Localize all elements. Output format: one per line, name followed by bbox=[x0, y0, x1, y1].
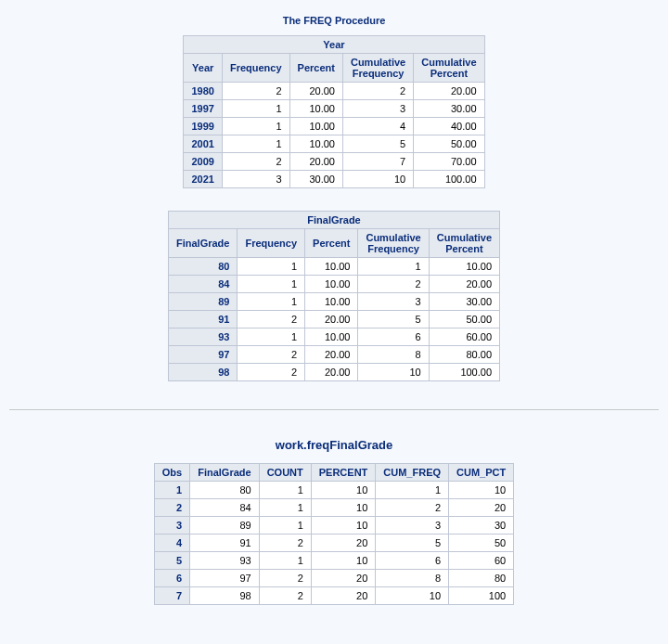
data-cell: 1 bbox=[238, 293, 305, 311]
data-cell: 10.00 bbox=[305, 276, 358, 293]
section-divider bbox=[9, 409, 659, 410]
grade-header-row: FinalGrade Frequency Percent CumulativeF… bbox=[168, 229, 499, 258]
data-cell: 93 bbox=[190, 552, 259, 570]
col-frequency: Frequency bbox=[238, 229, 305, 258]
table-row: 98220.0010100.00 bbox=[168, 364, 499, 381]
data-cell: 60 bbox=[449, 552, 514, 570]
row-header-cell: 2001 bbox=[184, 135, 222, 153]
row-header-cell: 7 bbox=[154, 587, 189, 605]
data-cell: 2 bbox=[238, 311, 305, 328]
table-row: 2009220.00770.00 bbox=[184, 153, 484, 171]
col-cum-pct: CumulativePercent bbox=[429, 229, 499, 258]
data-cell: 10.00 bbox=[429, 258, 499, 276]
data-cell: 1 bbox=[222, 135, 289, 153]
data-cell: 10 bbox=[311, 482, 376, 499]
data-cell: 1 bbox=[259, 482, 311, 499]
row-header-cell: 93 bbox=[168, 328, 237, 346]
data-cell: 20.00 bbox=[305, 311, 358, 328]
data-cell: 3 bbox=[358, 293, 429, 311]
data-cell: 5 bbox=[376, 535, 449, 552]
ds-body: 1801101102841102203891103304912205505931… bbox=[154, 482, 513, 605]
data-cell: 1 bbox=[238, 276, 305, 293]
data-cell: 3 bbox=[376, 517, 449, 535]
data-cell: 4 bbox=[342, 118, 413, 135]
data-cell: 1 bbox=[259, 499, 311, 517]
proc-title: The FREQ Procedure bbox=[0, 15, 668, 26]
dataset-title: work.freqFinalGrade bbox=[0, 438, 668, 452]
table-row: 697220880 bbox=[154, 570, 513, 587]
row-header-cell: 1997 bbox=[184, 100, 222, 118]
data-cell: 1 bbox=[222, 118, 289, 135]
table-row: 93110.00660.00 bbox=[168, 328, 499, 346]
data-cell: 10.00 bbox=[289, 100, 342, 118]
col-count: COUNT bbox=[259, 464, 311, 482]
row-header-cell: 1 bbox=[154, 482, 189, 499]
data-cell: 5 bbox=[358, 311, 429, 328]
data-cell: 1 bbox=[238, 328, 305, 346]
table-row: 84110.00220.00 bbox=[168, 276, 499, 293]
data-cell: 5 bbox=[342, 135, 413, 153]
data-cell: 2 bbox=[259, 535, 311, 552]
row-header-cell: 4 bbox=[154, 535, 189, 552]
col-cum-pct: CumulativePercent bbox=[414, 54, 484, 83]
year-body: 1980220.00220.001997110.00330.001999110.… bbox=[184, 83, 484, 188]
data-cell: 20.00 bbox=[305, 364, 358, 381]
data-cell: 20 bbox=[311, 587, 376, 605]
data-cell: 10 bbox=[376, 587, 449, 605]
col-percent: PERCENT bbox=[311, 464, 376, 482]
data-cell: 10.00 bbox=[305, 293, 358, 311]
data-cell: 3 bbox=[222, 171, 289, 188]
data-cell: 100.00 bbox=[429, 364, 499, 381]
data-cell: 8 bbox=[358, 346, 429, 364]
table-row: 1980220.00220.00 bbox=[184, 83, 484, 100]
data-cell: 80.00 bbox=[429, 346, 499, 364]
data-cell: 20.00 bbox=[429, 276, 499, 293]
data-cell: 84 bbox=[190, 499, 259, 517]
data-cell: 60.00 bbox=[429, 328, 499, 346]
data-cell: 10.00 bbox=[289, 118, 342, 135]
col-percent: Percent bbox=[289, 54, 342, 83]
data-cell: 2 bbox=[376, 499, 449, 517]
finalgrade-freq-table: FinalGrade FinalGrade Frequency Percent … bbox=[168, 211, 500, 381]
data-cell: 98 bbox=[190, 587, 259, 605]
data-cell: 1 bbox=[376, 482, 449, 499]
table-row: 2021330.0010100.00 bbox=[184, 171, 484, 188]
table-row: 1999110.00440.00 bbox=[184, 118, 484, 135]
col-cum-freq: CumulativeFrequency bbox=[358, 229, 429, 258]
data-cell: 20 bbox=[311, 535, 376, 552]
data-cell: 100 bbox=[449, 587, 514, 605]
data-cell: 20.00 bbox=[414, 83, 484, 100]
row-header-cell: 5 bbox=[154, 552, 189, 570]
data-cell: 6 bbox=[358, 328, 429, 346]
table-row: 593110660 bbox=[154, 552, 513, 570]
data-cell: 30.00 bbox=[414, 100, 484, 118]
data-cell: 80 bbox=[190, 482, 259, 499]
dataset-table: Obs FinalGrade COUNT PERCENT CUM_FREQ CU… bbox=[154, 463, 514, 605]
col-cumfreq: CUM_FREQ bbox=[376, 464, 449, 482]
row-header-cell: 2021 bbox=[184, 171, 222, 188]
table-row: 1997110.00330.00 bbox=[184, 100, 484, 118]
data-cell: 20.00 bbox=[289, 83, 342, 100]
data-cell: 6 bbox=[376, 552, 449, 570]
col-percent: Percent bbox=[305, 229, 358, 258]
data-cell: 2 bbox=[259, 587, 311, 605]
data-cell: 80 bbox=[449, 570, 514, 587]
table-row: 284110220 bbox=[154, 499, 513, 517]
table-row: 389110330 bbox=[154, 517, 513, 535]
data-cell: 2 bbox=[222, 83, 289, 100]
data-cell: 8 bbox=[376, 570, 449, 587]
col-obs: Obs bbox=[154, 464, 189, 482]
grade-caption: FinalGrade bbox=[168, 212, 499, 229]
data-cell: 89 bbox=[190, 517, 259, 535]
row-header-cell: 97 bbox=[168, 346, 237, 364]
data-cell: 10 bbox=[358, 364, 429, 381]
col-cum-freq: CumulativeFrequency bbox=[342, 54, 413, 83]
data-cell: 2 bbox=[222, 153, 289, 171]
data-cell: 50.00 bbox=[414, 135, 484, 153]
table-row: 97220.00880.00 bbox=[168, 346, 499, 364]
row-header-cell: 89 bbox=[168, 293, 237, 311]
row-header-cell: 2009 bbox=[184, 153, 222, 171]
col-year: Year bbox=[184, 54, 222, 83]
data-cell: 7 bbox=[342, 153, 413, 171]
table-row: 491220550 bbox=[154, 535, 513, 552]
